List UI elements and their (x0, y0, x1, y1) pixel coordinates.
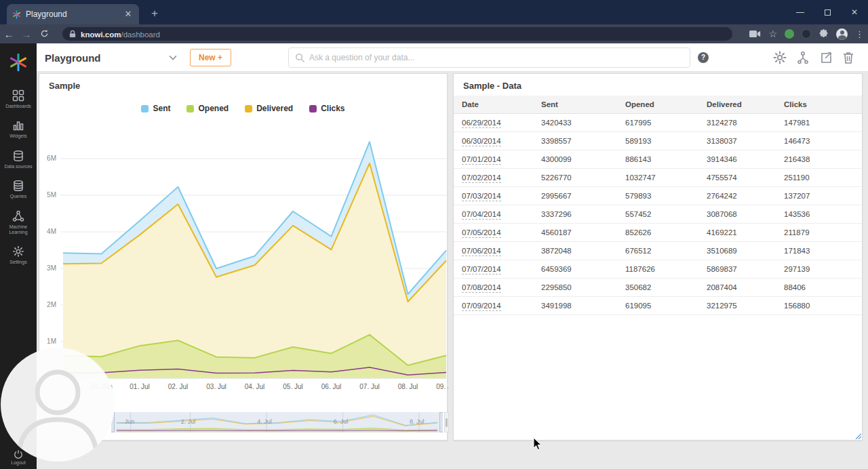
date-value[interactable]: 07/06/2014 (462, 247, 501, 256)
date-value[interactable]: 07/08/2014 (462, 283, 501, 293)
table-row[interactable]: 07/03/201429956675798932764242137207 (454, 187, 862, 205)
maximize-button[interactable] (814, 0, 841, 24)
url-host: knowi.com (81, 30, 121, 39)
value-cell: 216438 (776, 150, 862, 169)
url-bar[interactable]: knowi.com/dashboard (62, 27, 732, 41)
svg-text:04. Jul: 04. Jul (245, 383, 264, 390)
legend-item-sent[interactable]: Sent (141, 104, 170, 113)
value-cell: 1032747 (617, 169, 698, 187)
date-value[interactable]: 07/09/2014 (462, 302, 501, 311)
forward-icon[interactable]: → (18, 28, 35, 40)
legend-marker (141, 105, 149, 113)
date-value[interactable]: 07/04/2014 (462, 210, 501, 220)
puzzle-extensions-icon[interactable] (818, 29, 829, 39)
svg-text:03. Jul: 03. Jul (206, 383, 226, 390)
value-cell: 146473 (776, 132, 862, 150)
sidebar-item-widgets[interactable]: Widgets (0, 119, 37, 139)
svg-text:08. Jul: 08. Jul (398, 383, 418, 390)
value-cell: 4169221 (698, 224, 776, 242)
legend-item-clicks[interactable]: Clicks (309, 104, 344, 113)
widgets-chart-icon (12, 119, 24, 131)
date-cell: 07/09/2014 (454, 297, 533, 315)
browser-tab[interactable]: Playground ✕ (7, 4, 139, 24)
resize-handle[interactable] (854, 432, 861, 439)
value-cell: 589193 (617, 132, 698, 150)
tab-close-icon[interactable]: ✕ (123, 9, 134, 20)
value-cell: 676512 (617, 242, 698, 260)
date-value[interactable]: 07/05/2014 (462, 228, 501, 238)
reload-icon[interactable] (35, 28, 53, 40)
date-value[interactable]: 07/01/2014 (462, 155, 501, 165)
svg-text:02. Jul: 02. Jul (168, 383, 188, 390)
dashboards-grid-icon (12, 89, 24, 102)
minimize-button[interactable]: — (787, 0, 814, 24)
date-value[interactable]: 06/30/2014 (462, 137, 501, 146)
close-button[interactable]: ✕ (841, 0, 868, 24)
sidebar-item-data-sources[interactable]: Data sources (0, 150, 37, 169)
profile-avatar-icon[interactable] (836, 28, 848, 40)
table-row[interactable]: 07/09/201434919986190953212975156880 (454, 297, 862, 315)
date-value[interactable]: 06/29/2014 (462, 119, 501, 128)
table-row[interactable]: 07/06/201438720486765123510689171843 (454, 242, 862, 260)
value-cell: 297139 (776, 260, 862, 279)
trash-icon[interactable] (842, 51, 855, 64)
legend-item-opened[interactable]: Opened (186, 104, 229, 113)
value-cell: 171843 (776, 242, 862, 260)
back-icon[interactable]: ← (0, 28, 18, 40)
table-row[interactable]: 06/29/201434204336179953124278147981 (454, 114, 862, 132)
navigator-tick-label: 6. Jul (334, 418, 349, 425)
lock-icon (69, 30, 76, 38)
ask-question-input[interactable] (309, 48, 686, 67)
video-icon[interactable] (749, 30, 761, 38)
settings-gear-icon[interactable] (773, 51, 787, 64)
sidebar-item-dashboards[interactable]: Dashboards (0, 89, 37, 109)
chart-scrollbar[interactable] (444, 412, 449, 432)
table-row[interactable]: 07/08/20142295850350682208740488406 (454, 279, 862, 297)
value-cell: 2295850 (533, 279, 617, 297)
column-header-opened[interactable]: Opened (617, 96, 698, 114)
value-cell: 4755574 (698, 169, 776, 187)
value-cell: 6459369 (533, 260, 617, 279)
maximize-icon (825, 9, 831, 16)
connector-icon[interactable] (796, 51, 810, 64)
date-cell: 07/02/2014 (454, 169, 533, 187)
column-header-date[interactable]: Date (454, 96, 533, 114)
column-header-sent[interactable]: Sent (533, 96, 617, 114)
sidebar-item-machine-learning[interactable]: Machine Learning (0, 210, 37, 236)
table-row[interactable]: 07/07/2014645936911876265869837297139 (454, 260, 862, 279)
table-header-row: DateSentOpenedDeliveredClicks (454, 96, 862, 114)
knowi-logo[interactable] (9, 53, 28, 72)
sidebar-item-queries[interactable]: Queries (0, 180, 37, 199)
table-row[interactable]: 07/01/201443000998861433914346216438 (454, 150, 862, 169)
date-value[interactable]: 07/02/2014 (462, 174, 501, 183)
date-cell: 06/30/2014 (454, 132, 533, 150)
legend-item-delivered[interactable]: Delivered (245, 104, 293, 113)
table-row[interactable]: 07/05/201445601878526264169221211879 (454, 224, 862, 242)
svg-text:01. Jul: 01. Jul (130, 383, 149, 390)
workspace-selector[interactable]: Playground (45, 43, 177, 72)
table-row[interactable]: 07/04/201433372965574523087068143536 (454, 205, 862, 224)
scrollbar-thumb[interactable] (446, 418, 448, 427)
column-header-delivered[interactable]: Delivered (698, 96, 776, 114)
sidebar-item-label: Machine Learning (2, 224, 35, 236)
new-tab-button[interactable]: + (146, 7, 163, 20)
help-icon[interactable]: ? (698, 52, 709, 63)
chart-navigator[interactable]: . Jun2. Jul4. Jul6. Jul8. Jul (111, 412, 443, 432)
date-value[interactable]: 07/03/2014 (462, 192, 501, 201)
column-header-clicks[interactable]: Clicks (776, 96, 862, 114)
extension-dark-icon[interactable] (802, 29, 811, 39)
browser-menu-icon[interactable]: ⋮ (855, 29, 864, 39)
sidebar-item-settings[interactable]: Settings (0, 245, 37, 265)
table-row[interactable]: 06/30/201433985575891933138037146473 (454, 132, 862, 150)
value-cell: 143536 (776, 205, 862, 224)
extension-tree-icon[interactable] (785, 29, 794, 39)
sample-data-card: Sample - Data DateSentOpenedDeliveredCli… (453, 73, 863, 441)
value-cell: 3872048 (533, 242, 617, 260)
table-row[interactable]: 07/02/2014522677010327474755574251190 (454, 169, 862, 187)
logout-power-icon (14, 449, 23, 459)
value-cell: 3398557 (533, 132, 617, 150)
bookmark-star-icon[interactable]: ☆ (768, 28, 777, 39)
date-value[interactable]: 07/07/2014 (462, 265, 501, 274)
share-icon[interactable] (819, 51, 833, 64)
new-button[interactable]: New + (190, 49, 231, 66)
